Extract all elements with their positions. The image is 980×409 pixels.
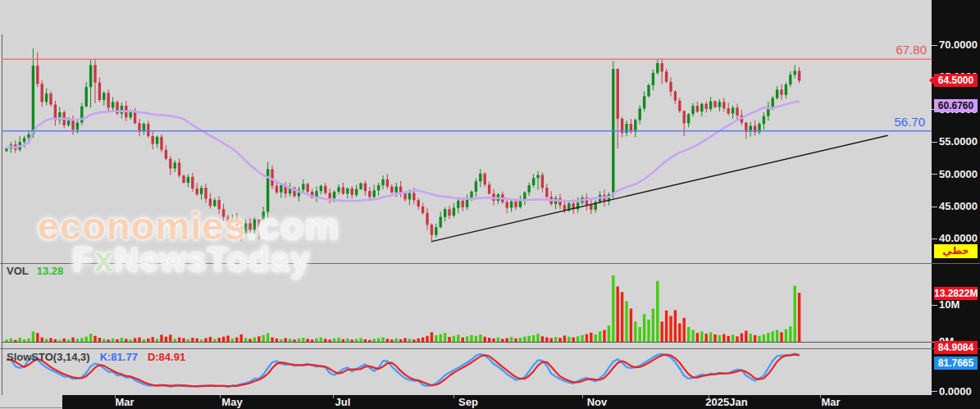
x-axis-label: Nov [587, 396, 608, 408]
time-axis-tick [454, 395, 454, 398]
axis-tick [932, 305, 937, 306]
ma-value-badge: 60.6760 [934, 99, 978, 112]
price-tick-label: 40.0000 [939, 232, 978, 244]
last-price-badge: 64.5000 [934, 74, 978, 87]
volume-tick-label: 10M [939, 298, 959, 311]
price-scale-panel[interactable]: 0.0000 70.000065.000060.000055.000050.00… [932, 0, 980, 409]
price-tick-label: 50.0000 [939, 168, 978, 180]
volume-value-badge: 13.2822M [934, 287, 978, 300]
time-scale-panel[interactable]: MarMayJulSepNov2025JanMar [62, 395, 980, 409]
price-tick-label: 55.0000 [939, 135, 978, 148]
axis-tick [932, 174, 937, 175]
corner-divider [0, 407, 62, 408]
time-axis-tick [220, 395, 221, 398]
x-axis-label: May [221, 396, 242, 408]
x-axis-label: Mar [115, 396, 134, 408]
x-axis-label: 2025Jan [705, 396, 747, 408]
trading-chart-window: economies.com FxNewsToday 67.80 56.70 VO… [0, 0, 980, 409]
time-axis-tick [333, 395, 334, 398]
time-axis-tick [582, 395, 583, 398]
x-axis-label: Sep [458, 396, 478, 408]
panel-divider [932, 263, 980, 264]
sto-k-badge: 81.7665 [934, 357, 978, 370]
axis-tick [932, 207, 937, 207]
x-axis-label: Jul [335, 396, 351, 408]
x-axis-label: Mar [821, 396, 840, 408]
axis-tick [932, 142, 937, 143]
chart-surface[interactable] [0, 0, 932, 395]
axis-tick [932, 391, 937, 392]
axis-tick [932, 239, 937, 239]
axis-tick [932, 45, 937, 46]
price-tick-label: 45.0000 [939, 200, 978, 212]
sto-d-badge: 84.9084 [934, 341, 978, 354]
scale-mode-badge[interactable]: خطي [934, 244, 978, 258]
price-tick-label: 70.0000 [939, 39, 978, 51]
